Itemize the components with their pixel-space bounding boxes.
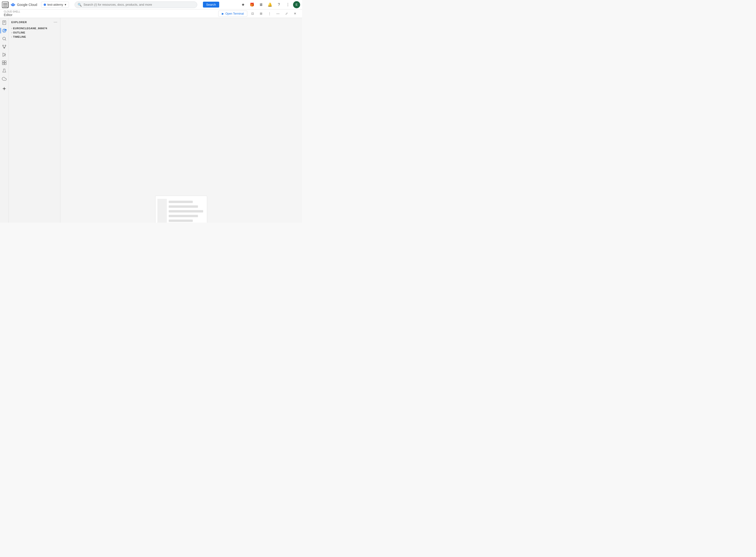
activity-cloud-icon[interactable] [0, 75, 8, 83]
activity-explorer-icon[interactable]: ! [0, 27, 8, 34]
help-icon-btn[interactable]: ? [275, 1, 283, 8]
svg-rect-21 [4, 63, 6, 65]
search-input[interactable] [84, 3, 194, 6]
more-icon-btn[interactable]: ⋮ [284, 1, 292, 8]
activity-source-control-icon[interactable] [0, 43, 8, 51]
notifications-icon-btn[interactable]: 🔔 [266, 1, 274, 8]
activity-files-icon[interactable] [0, 19, 8, 26]
gift-icon-btn[interactable]: 🎁 [248, 1, 256, 8]
cloud-shell-name: Editor [4, 13, 20, 17]
cloud-shell-actions: ▶ Open Terminal ⊡ ⊞ ⋮ — ⤢ ✕ [218, 10, 298, 17]
tree-label-outline: OUTLINE [13, 31, 25, 34]
welcome-card [155, 196, 207, 223]
open-terminal-button[interactable]: ▶ Open Terminal [218, 10, 247, 17]
more-shell-icon-btn[interactable]: ⋮ [266, 10, 273, 17]
activity-bar: ! [0, 18, 8, 223]
svg-line-11 [5, 40, 6, 40]
sidebar: EXPLORER ⋯ › EURONCLEGANE_666674 › OUTLI… [8, 18, 60, 223]
search-bar: 🔍 [75, 1, 197, 8]
google-cloud-logo: Google Cloud [10, 2, 37, 7]
svg-rect-2 [3, 21, 6, 25]
tree-label-timeline: TIMELINE [13, 35, 26, 38]
editor-main: Show All Commands⇧⌘PGo to File⌘PFind in … [60, 18, 302, 223]
activity-extensions-icon[interactable] [0, 59, 8, 66]
star-icon-btn[interactable]: ★ [239, 1, 247, 8]
svg-point-12 [2, 45, 3, 46]
support-icon-btn[interactable]: 🖥 [257, 1, 265, 8]
sidebar-item-euronclegane[interactable]: › EURONCLEGANE_666674 [8, 26, 60, 30]
sidebar-tree: › EURONCLEGANE_666674 › OUTLINE › TIMELI… [8, 26, 60, 223]
top-nav: Google Cloud test-aidemy ▾ 🔍 Search ★ 🎁 … [0, 0, 302, 9]
monitor-icon-btn[interactable]: ⊡ [249, 10, 256, 17]
svg-rect-20 [2, 63, 4, 65]
svg-rect-19 [4, 61, 6, 63]
activity-gemini-icon[interactable] [0, 85, 8, 92]
user-avatar[interactable]: E [293, 1, 300, 8]
welcome-line-2 [169, 205, 198, 208]
terminal-icon: ▶ [222, 12, 224, 15]
svg-text:!: ! [5, 29, 6, 31]
welcome-line-1 [169, 201, 193, 203]
svg-point-10 [3, 37, 5, 40]
search-button[interactable]: Search [203, 2, 219, 7]
svg-point-13 [5, 45, 6, 46]
cloud-shell-title: CLOUD SHELL Editor [4, 10, 20, 17]
sidebar-more-btn[interactable]: ⋯ [54, 20, 57, 24]
layout-icon-btn[interactable]: ⊞ [258, 10, 264, 17]
minimize-btn[interactable]: — [275, 10, 281, 17]
svg-marker-16 [3, 53, 6, 57]
welcome-card-content [169, 199, 203, 223]
project-dot [44, 3, 46, 6]
welcome-line-4 [169, 215, 198, 217]
welcome-line-3 [169, 210, 203, 212]
sidebar-item-outline[interactable]: › OUTLINE [8, 30, 60, 35]
open-terminal-label: Open Terminal [225, 12, 244, 15]
svg-point-7 [3, 29, 5, 31]
editor-container: ! [0, 18, 302, 223]
editor-welcome: Show All Commands⇧⌘PGo to File⌘PFind in … [60, 18, 302, 223]
activity-search-icon[interactable] [0, 35, 8, 42]
cloud-shell-label: CLOUD SHELL [4, 10, 20, 13]
svg-point-0 [12, 4, 13, 5]
project-chip[interactable]: test-aidemy ▾ [41, 2, 69, 7]
search-icon: 🔍 [78, 3, 82, 7]
project-name: test-aidemy [48, 3, 63, 6]
nav-icons: ★ 🎁 🖥 🔔 ? ⋮ E [239, 1, 300, 8]
svg-rect-18 [2, 61, 4, 63]
chevron-right-icon-outline: › [11, 31, 12, 34]
welcome-line-5 [169, 219, 193, 222]
tree-label-euronclegane: EURONCLEGANE_666674 [13, 27, 47, 30]
google-cloud-text: Google Cloud [17, 3, 37, 7]
cloud-shell-header: CLOUD SHELL Editor ▶ Open Terminal ⊡ ⊞ ⋮… [0, 9, 302, 18]
svg-point-1 [13, 4, 14, 5]
close-btn[interactable]: ✕ [292, 10, 298, 17]
activity-test-icon[interactable] [0, 67, 8, 75]
welcome-card-sidebar [158, 199, 167, 223]
chevron-down-icon: ▾ [65, 3, 66, 6]
sidebar-item-timeline[interactable]: › TIMELINE [8, 35, 60, 39]
expand-btn[interactable]: ⤢ [283, 10, 290, 17]
chevron-right-icon: › [11, 27, 12, 30]
activity-run-icon[interactable] [0, 51, 8, 58]
hamburger-menu[interactable] [2, 1, 8, 8]
sidebar-title: EXPLORER [11, 21, 27, 24]
sidebar-header: EXPLORER ⋯ [8, 18, 60, 26]
chevron-right-icon-timeline: › [11, 36, 12, 38]
